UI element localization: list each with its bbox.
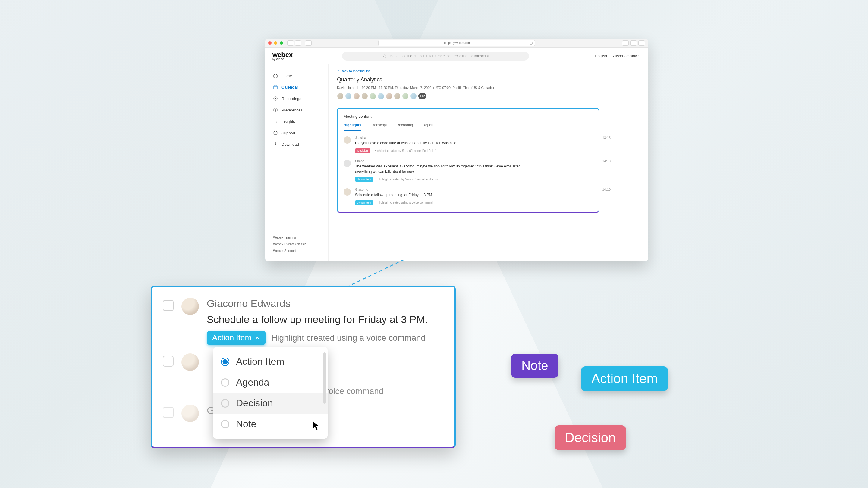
- highlight-badge[interactable]: Decision: [355, 148, 370, 153]
- chevron-left-icon: [337, 70, 340, 73]
- dropdown-option-action-item[interactable]: Action Item: [213, 351, 328, 372]
- svg-point-4: [275, 109, 276, 110]
- tag-pill-decision: Decision: [555, 425, 626, 450]
- insights-icon: [273, 119, 278, 124]
- sidebar-toggle-button[interactable]: [305, 40, 312, 46]
- new-tab-button[interactable]: [630, 40, 637, 46]
- highlight-type-selector[interactable]: Action Item: [207, 331, 266, 345]
- share-button[interactable]: [622, 40, 629, 46]
- dropdown-option-decision[interactable]: Decision: [213, 393, 328, 414]
- meeting-content-card: Meeting content Highlights Transcript Re…: [337, 108, 599, 213]
- brand-byline: by CISCO: [273, 58, 293, 61]
- sidebar-item-home[interactable]: Home: [273, 70, 328, 82]
- highlight-text: Did you have a good time at least? Hopef…: [355, 141, 524, 146]
- refresh-icon[interactable]: [529, 41, 533, 45]
- recordings-icon: [273, 96, 278, 101]
- avatar[interactable]: [410, 93, 417, 99]
- sidebar-item-calendar[interactable]: Calendar: [273, 82, 328, 93]
- select-checkbox[interactable]: [163, 356, 174, 367]
- sidebar-item-label: Recordings: [281, 96, 301, 101]
- avatar[interactable]: [394, 93, 401, 99]
- scrollbar[interactable]: [323, 352, 326, 404]
- select-checkbox[interactable]: [163, 407, 174, 418]
- meeting-time: 10:20 PM - 11:20 PM, Thursday, March 7, …: [362, 86, 494, 90]
- brand-name: webex: [273, 51, 293, 59]
- chevron-up-icon: [254, 335, 260, 341]
- callout-author: Giacomo Edwards: [207, 298, 444, 310]
- tab-highlights[interactable]: Highlights: [344, 123, 361, 131]
- dropdown-option-note[interactable]: Note: [213, 414, 328, 434]
- footer-link-support[interactable]: Webex Support: [273, 249, 328, 253]
- nav-forward-button[interactable]: [295, 40, 301, 46]
- highlight-badge[interactable]: Action Item: [355, 200, 373, 205]
- avatar[interactable]: [345, 93, 352, 99]
- user-menu[interactable]: Alison Cassidy: [613, 54, 641, 58]
- mouse-cursor-icon: [312, 421, 320, 431]
- highlight-type-dropdown[interactable]: Action Item Agenda Decision Note: [213, 347, 328, 438]
- language-selector[interactable]: English: [595, 54, 607, 58]
- preferences-icon: [273, 107, 278, 112]
- dropdown-option-label: Action Item: [236, 356, 284, 367]
- tag-pill-note: Note: [511, 354, 558, 378]
- sidebar: Home Calendar Recordings Preferences Ins…: [265, 64, 329, 261]
- window-minimize-icon[interactable]: [274, 41, 277, 44]
- nav-back-button[interactable]: [287, 40, 294, 46]
- calendar-icon: [273, 85, 278, 90]
- back-link[interactable]: Back to meeting list: [337, 69, 640, 73]
- tabs-button[interactable]: [638, 40, 645, 46]
- sidebar-item-download[interactable]: Download: [273, 138, 328, 150]
- sidebar-item-recordings[interactable]: Recordings: [273, 93, 328, 104]
- highlight-type-label: Action Item: [212, 333, 251, 343]
- highlight-author: Simon: [355, 159, 592, 163]
- tab-recording[interactable]: Recording: [397, 123, 413, 131]
- meeting-host: David Liam: [337, 86, 353, 90]
- sidebar-item-insights[interactable]: Insights: [273, 116, 328, 127]
- avatar: [181, 353, 199, 371]
- avatar[interactable]: [337, 93, 344, 99]
- highlight-badge[interactable]: Action Item: [355, 177, 373, 182]
- tab-report[interactable]: Report: [423, 123, 433, 131]
- avatar: [344, 188, 351, 195]
- highlight-author: Jessica: [355, 136, 592, 139]
- highlight-text: Schedule a follow up meeting for Friday …: [355, 193, 524, 198]
- attendee-overflow[interactable]: +12: [418, 93, 426, 99]
- avatar: [181, 298, 199, 315]
- avatar[interactable]: [386, 93, 393, 99]
- search-icon: [382, 54, 386, 58]
- avatar: [344, 160, 351, 167]
- address-bar[interactable]: company.webex.com: [378, 40, 535, 46]
- window-zoom-icon[interactable]: [280, 41, 283, 44]
- select-checkbox[interactable]: [163, 300, 174, 311]
- titlebar: company.webex.com: [265, 38, 648, 47]
- support-icon: [273, 130, 278, 135]
- tab-transcript[interactable]: Transcript: [371, 123, 387, 131]
- main-content: Back to meeting list Quarterly Analytics…: [329, 64, 648, 261]
- avatar[interactable]: [402, 93, 409, 99]
- avatar[interactable]: [370, 93, 376, 99]
- sidebar-item-label: Download: [281, 142, 299, 147]
- sidebar-item-preferences[interactable]: Preferences: [273, 104, 328, 116]
- tag-pill-action-item: Action Item: [581, 366, 668, 391]
- home-icon: [273, 73, 278, 78]
- avatar: [344, 136, 351, 144]
- sidebar-item-label: Insights: [281, 119, 295, 124]
- avatar[interactable]: [361, 93, 368, 99]
- global-search[interactable]: Join a meeting or search for a meeting, …: [342, 52, 529, 61]
- callout-text: Schedule a follow up meeting for Friday …: [207, 314, 444, 325]
- avatar[interactable]: [353, 93, 360, 99]
- sidebar-item-label: Preferences: [281, 108, 303, 112]
- highlight-item: Simon The weather was excellent. Giacomo…: [344, 159, 592, 182]
- back-link-label: Back to meeting list: [341, 69, 370, 73]
- radio-icon: [221, 399, 229, 408]
- window-close-icon[interactable]: [268, 41, 272, 44]
- footer-link-training[interactable]: Webex Training: [273, 235, 328, 239]
- avatar[interactable]: [378, 93, 384, 99]
- app-header: webex by CISCO Join a meeting or search …: [265, 47, 648, 64]
- dropdown-option-agenda[interactable]: Agenda: [213, 372, 328, 393]
- footer-link-events[interactable]: Webex Events (classic): [273, 242, 328, 246]
- sidebar-item-support[interactable]: Support: [273, 127, 328, 138]
- highlight-meta: Highlight created by Sara (Channel End P…: [375, 149, 436, 153]
- highlight-time: 14:10: [602, 188, 611, 191]
- download-icon: [273, 142, 278, 147]
- search-placeholder: Join a meeting or search for a meeting, …: [389, 54, 489, 58]
